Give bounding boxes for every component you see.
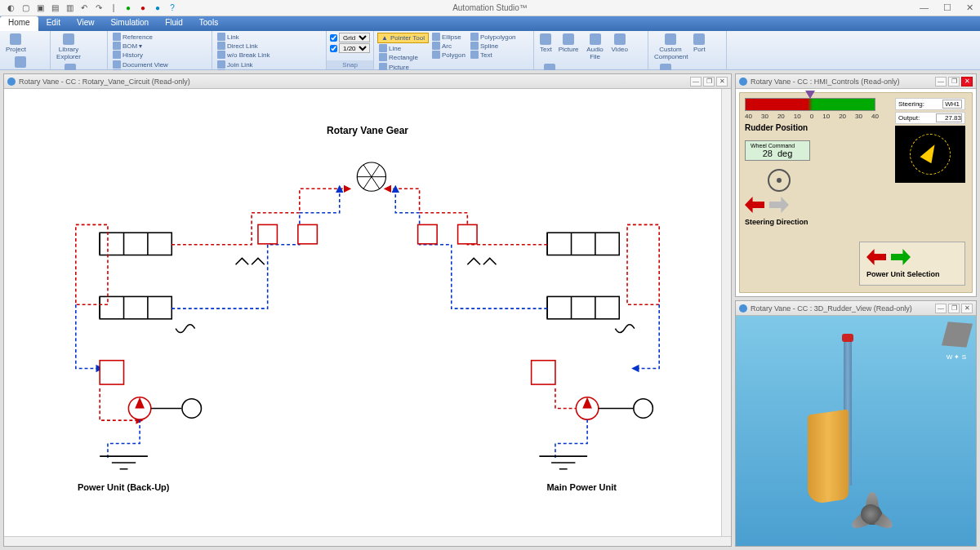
ribbon-group-custom: Custom Component Port Extract Symbol Cus… [648,31,727,69]
schematic-svg: M [4,89,731,536]
output-field[interactable] [936,113,962,122]
custom-component-button[interactable]: Custom Component [652,33,689,61]
svg-rect-15 [418,224,437,243]
rectangle-button[interactable]: Rectangle [377,53,429,61]
spline-button[interactable]: Spline [469,42,518,50]
qat-print-icon[interactable]: ▥ [64,2,75,14]
hmi-pane: Rotary Vane - CC : HMI_Controls (Read-on… [735,73,977,297]
pane-restore-button[interactable]: ❐ [948,304,960,313]
workspace: Rotary Vane - CC : Rotary_Vane_Circuit (… [0,70,980,550]
qat-undo-icon[interactable]: ↶ [78,2,90,14]
steer-right-button[interactable] [769,197,789,213]
qat-redo-icon[interactable]: ↷ [93,2,105,14]
project-button[interactable]: Project [3,33,29,54]
tooltip-text-button[interactable]: Text [537,33,555,54]
qat-new-icon[interactable]: ▢ [20,2,31,14]
document-view-button[interactable]: Document View [111,60,174,69]
scale-checkbox[interactable]: 1/20 [330,43,370,53]
app-title: Automation Studio™ [452,3,528,12]
nav-compass-icon[interactable]: W ✦ S [947,353,966,361]
view3d-pane: Rotary Vane - CC : 3D_Rudder_View (Read-… [735,300,977,547]
steering-direction-label: Steering Direction [745,218,967,226]
qat-sim2-icon[interactable]: ● [137,2,149,14]
svg-rect-3 [100,361,123,384]
vertical-scrollbar[interactable] [721,89,731,536]
grid-checkbox[interactable]: Grid [330,33,370,42]
qat-open-icon[interactable]: ▣ [34,2,46,14]
horizontal-scrollbar[interactable] [4,536,731,546]
maximize-button[interactable]: ☐ [940,2,955,13]
polygon-button[interactable]: Polygon [430,51,467,59]
pane-minimize-button[interactable]: — [935,77,947,86]
link-button[interactable]: Link [216,33,271,41]
ribbon-group-documentation: Reference BOM ▾ History Document View Co… [108,31,212,69]
hmi-pane-titlebar: Rotary Vane - CC : HMI_Controls (Read-on… [736,74,976,89]
history-button[interactable]: History [111,51,154,59]
svg-rect-1 [100,233,172,255]
tab-edit[interactable]: Edit [38,16,69,31]
ribbon: Project Document▾ New Library Explorer C… [0,31,980,70]
qat-help-icon[interactable]: ? [167,2,178,14]
ellipse-button[interactable]: Ellipse [430,33,467,41]
pane-close-button[interactable]: ✕ [961,77,973,86]
tab-simulation[interactable]: Simulation [102,16,157,31]
polypolygon-button[interactable]: Polypolygon [469,33,518,41]
line-button[interactable]: Line [377,44,429,52]
pointer-tool-button[interactable]: ▲ Pointer Tool [377,33,429,43]
power-right-button[interactable] [891,249,911,265]
view3d-canvas[interactable]: W ✦ S [736,316,976,546]
qat-sim1-icon[interactable]: ● [122,2,134,14]
svg-rect-8 [298,224,317,243]
qat-save-icon[interactable]: ▤ [49,2,60,14]
view3d-pane-titlebar: Rotary Vane - CC : 3D_Rudder_View (Read-… [736,301,976,316]
circuit-pane-title: Rotary Vane - CC : Rotary_Vane_Circuit (… [19,78,190,86]
hmi-body: 40302010010203040 Rudder Position Wheel … [739,92,973,293]
view3d-pane-title: Rotary Vane - CC : 3D_Rudder_View (Read-… [751,304,912,313]
pane-icon [739,78,747,86]
minimize-button[interactable]: — [916,2,932,13]
tab-view[interactable]: View [69,16,103,31]
circuit-pane: Rotary Vane - CC : Rotary_Vane_Circuit (… [3,73,732,547]
tab-home[interactable]: Home [0,16,38,31]
tooltip-video-button[interactable]: Video [609,33,630,54]
tab-tools[interactable]: Tools [191,16,226,31]
pane-restore-button[interactable]: ❐ [948,77,960,86]
steering-wheel-icon[interactable] [768,169,791,192]
port-button[interactable]: Port [691,33,708,54]
text-button[interactable]: Text [469,51,518,59]
rudder-scale [745,98,875,111]
pane-minimize-button[interactable]: — [935,304,947,313]
break-link-button[interactable]: w/o Break Link [216,51,271,59]
bom-button[interactable]: BOM ▾ [111,42,154,50]
pane-close-button[interactable]: ✕ [961,304,973,313]
close-button[interactable]: ✕ [963,2,977,13]
tooltip-audio-button[interactable]: Audio File [583,33,608,61]
svg-rect-16 [458,224,477,243]
steering-value: WH1 [942,100,962,109]
ribbon-group-snap: Grid 1/20 Snap [327,31,374,69]
tab-fluid[interactable]: Fluid [157,16,191,31]
power-left-button[interactable] [866,249,886,265]
tooltip-picture-button[interactable]: Picture [556,33,581,54]
join-link-button[interactable]: Join Link [216,60,294,69]
app-icon[interactable]: ◐ [5,2,16,14]
pane-restore-button[interactable]: ❐ [703,77,715,86]
pane-close-button[interactable]: ✕ [716,77,728,86]
schematic-canvas[interactable]: Rotary Vane Gear Power Unit (Back-Up) Ma… [4,89,731,536]
schematic-title: Rotary Vane Gear [327,125,408,136]
ribbon-group-drawing: ▲ Pointer Tool Line Rectangle Ellipse Ar… [374,31,534,69]
rudder-ticks: 40302010010203040 [745,113,879,120]
right-unit: M [387,189,659,468]
menu-tabs: Home Edit View Simulation Fluid Tools [0,16,980,31]
steer-left-button[interactable] [745,197,764,213]
pane-minimize-button[interactable]: — [690,77,702,86]
navigation-cube[interactable] [942,322,973,348]
library-explorer-button[interactable]: Library Explorer [54,33,83,61]
right-unit-label: Main Power Unit [546,482,617,492]
svg-rect-7 [258,224,277,243]
reference-button[interactable]: Reference [111,33,154,41]
ribbon-group-new: Project Document▾ New [0,31,51,69]
arc-button[interactable]: Arc [430,42,467,50]
qat-sim3-icon[interactable]: ● [152,2,163,14]
direct-link-button[interactable]: Direct Link [216,42,271,50]
